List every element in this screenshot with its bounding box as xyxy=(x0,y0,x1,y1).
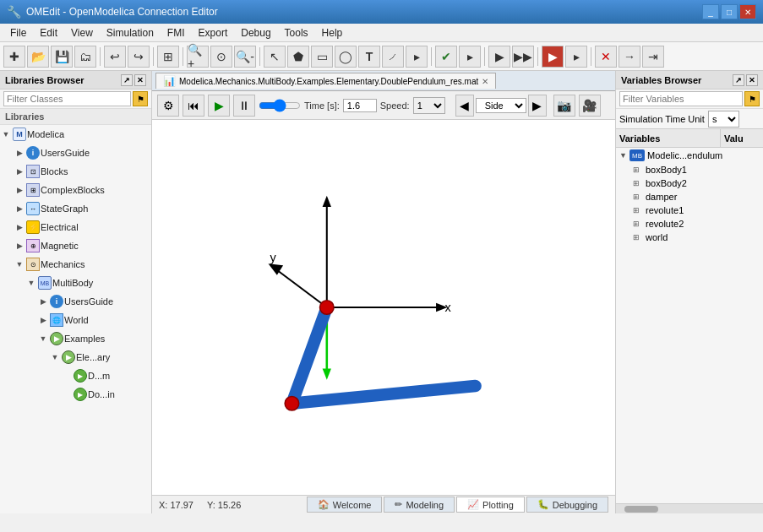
lib-close-button[interactable]: ✕ xyxy=(134,74,146,86)
menu-view[interactable]: View xyxy=(64,25,100,41)
menu-help[interactable]: Help xyxy=(315,25,350,41)
view-prev-button[interactable]: ◀ xyxy=(455,95,474,117)
new-button[interactable]: ✚ xyxy=(3,46,25,68)
tree-item-world[interactable]: ▶ 🌐 World xyxy=(0,311,151,329)
tree-item-complexblocks[interactable]: ▶ ⊞ ComplexBlocks xyxy=(0,181,151,199)
tree-item-usersguide[interactable]: ▶ i UsersGuide xyxy=(0,144,151,162)
zoom-in-button[interactable]: 🔍+ xyxy=(187,46,209,68)
blocks-toggle[interactable]: ▶ xyxy=(14,166,25,177)
menu-debug[interactable]: Debug xyxy=(234,25,277,41)
revolute2-toggle[interactable]: ⊞ xyxy=(633,220,643,228)
shape-button[interactable]: ⬟ xyxy=(287,46,309,68)
text-button[interactable]: T xyxy=(358,46,380,68)
view-select[interactable]: Side Front Top xyxy=(476,98,526,113)
tree-item-elementary[interactable]: ▼ ▶ Ele...ary xyxy=(0,348,151,366)
tree-item-usersguide2[interactable]: ▶ i UsersGuide xyxy=(0,292,151,311)
sim-tab-close-button[interactable]: ✕ xyxy=(482,77,488,86)
damper-toggle[interactable]: ⊞ xyxy=(633,193,643,201)
complexblocks-toggle[interactable]: ▶ xyxy=(14,184,25,196)
tab-plotting[interactable]: 📈 Plotting xyxy=(456,497,525,513)
menu-export[interactable]: Export xyxy=(192,25,235,41)
sim-play-button[interactable]: ▶ xyxy=(208,95,230,117)
check-button[interactable]: ✔ xyxy=(435,46,457,68)
library-search-input[interactable] xyxy=(3,91,131,106)
more-button[interactable]: ▸ xyxy=(406,46,428,68)
step-button[interactable]: ⇥ xyxy=(642,46,664,68)
tree-item-electrical[interactable]: ▶ ⚡ Electrical xyxy=(0,218,151,236)
run-button[interactable]: ▶ xyxy=(542,46,564,68)
camera-button[interactable]: 📷 xyxy=(553,95,575,117)
tree-item-multibody[interactable]: ▼ MB MultiBody xyxy=(0,274,151,292)
usersguide2-toggle[interactable]: ▶ xyxy=(37,296,49,307)
multibody-toggle[interactable]: ▼ xyxy=(25,277,37,289)
view-next-button[interactable]: ▶ xyxy=(528,95,547,117)
save-button[interactable]: 💾 xyxy=(51,46,73,68)
fwd2-button[interactable]: ▶▶ xyxy=(512,46,534,68)
to-tt-button[interactable]: → xyxy=(619,46,640,68)
maximize-button[interactable]: □ xyxy=(721,4,738,19)
stop-button[interactable]: ✕ xyxy=(595,46,617,68)
menu-simulation[interactable]: Simulation xyxy=(100,25,161,41)
world-toggle[interactable]: ▶ xyxy=(37,314,49,326)
var-item-root[interactable]: ▼ MB Modelic...endulum xyxy=(616,148,763,163)
var-undock-button[interactable]: ↗ xyxy=(733,74,744,86)
var-item-boxbody1[interactable]: ⊞ boxBody1 xyxy=(616,163,763,176)
record-button[interactable]: 🎥 xyxy=(579,95,601,117)
tab-welcome[interactable]: 🏠 Welcome xyxy=(307,497,383,513)
tab-debugging[interactable]: 🐛 Debugging xyxy=(526,497,608,513)
tree-item-examples[interactable]: ▼ ▶ Examples xyxy=(0,329,151,348)
line-button[interactable]: ⟋ xyxy=(382,46,404,68)
lib-undock-button[interactable]: ↗ xyxy=(121,74,133,86)
examples-toggle[interactable]: ▼ xyxy=(37,333,49,345)
tree-item-modelica[interactable]: ▼ M Modelica xyxy=(0,125,151,144)
zoom-button[interactable]: ⊙ xyxy=(210,46,232,68)
tab-modeling[interactable]: ✏ Modeling xyxy=(384,497,455,513)
library-filter-button[interactable]: ⚑ xyxy=(133,91,148,106)
sim-settings-button[interactable]: ⚙ xyxy=(157,95,179,117)
scrollbar-thumb[interactable] xyxy=(624,506,658,513)
menu-file[interactable]: File xyxy=(3,25,33,41)
sim-skip-back-button[interactable]: ⏮ xyxy=(183,95,204,117)
zoom-out-button[interactable]: 🔍- xyxy=(234,46,256,68)
tree-item-mechanics[interactable]: ▼ ⊙ Mechanics xyxy=(0,255,151,274)
run-more-button[interactable]: ▸ xyxy=(565,46,587,68)
stategraph-toggle[interactable]: ▶ xyxy=(14,203,25,214)
electrical-toggle[interactable]: ▶ xyxy=(14,221,25,233)
grid-button[interactable]: ⊞ xyxy=(157,46,179,68)
undo-button[interactable]: ↩ xyxy=(104,46,126,68)
mechanics-toggle[interactable]: ▼ xyxy=(14,258,25,270)
check-more-button[interactable]: ▸ xyxy=(459,46,481,68)
variables-search-input[interactable] xyxy=(619,91,743,106)
save-all-button[interactable]: 🗂 xyxy=(74,46,96,68)
tree-item-magnetic[interactable]: ▶ ⊕ Magnetic xyxy=(0,236,151,255)
var-close-button[interactable]: ✕ xyxy=(746,74,758,86)
var-item-damper[interactable]: ⊞ damper xyxy=(616,190,763,204)
close-button[interactable]: ✕ xyxy=(739,4,756,19)
magnetic-toggle[interactable]: ▶ xyxy=(14,240,25,252)
world-var-toggle[interactable]: ⊞ xyxy=(633,233,643,242)
var-item-world[interactable]: ⊞ world xyxy=(616,231,763,244)
var-item-revolute2[interactable]: ⊞ revolute2 xyxy=(616,217,763,231)
circle-button[interactable]: ◯ xyxy=(335,46,357,68)
redo-button[interactable]: ↪ xyxy=(128,46,150,68)
rect-button[interactable]: ▭ xyxy=(311,46,333,68)
menu-fmi[interactable]: FMI xyxy=(161,25,192,41)
variables-scrollbar-h[interactable] xyxy=(616,503,763,513)
sim-timeline-slider[interactable] xyxy=(259,100,301,111)
tree-item-blocks[interactable]: ▶ ⊡ Blocks xyxy=(0,162,151,181)
pointer-button[interactable]: ↖ xyxy=(264,46,286,68)
sim-unit-select[interactable]: s ms xyxy=(708,111,739,128)
menu-edit[interactable]: Edit xyxy=(33,25,64,41)
speed-select[interactable]: 1 2 0.5 xyxy=(413,97,445,114)
var-item-boxbody2[interactable]: ⊞ boxBody2 xyxy=(616,176,763,190)
root-toggle[interactable]: ▼ xyxy=(619,151,629,160)
fwd-button[interactable]: ▶ xyxy=(488,46,510,68)
tree-item-stategraph[interactable]: ▶ ↔ StateGraph xyxy=(0,199,151,218)
revolute1-toggle[interactable]: ⊞ xyxy=(633,206,643,214)
tree-item-doin[interactable]: ▶ ▶ Do...in xyxy=(0,385,151,404)
simulation-tab[interactable]: 📊 Modelica.Mechanics.MultiBody.Examples.… xyxy=(155,73,496,89)
minimize-button[interactable]: _ xyxy=(702,4,719,19)
menu-tools[interactable]: Tools xyxy=(278,25,315,41)
boxbody1-toggle[interactable]: ⊞ xyxy=(633,166,643,174)
sim-pause-button[interactable]: ⏸ xyxy=(233,95,255,117)
